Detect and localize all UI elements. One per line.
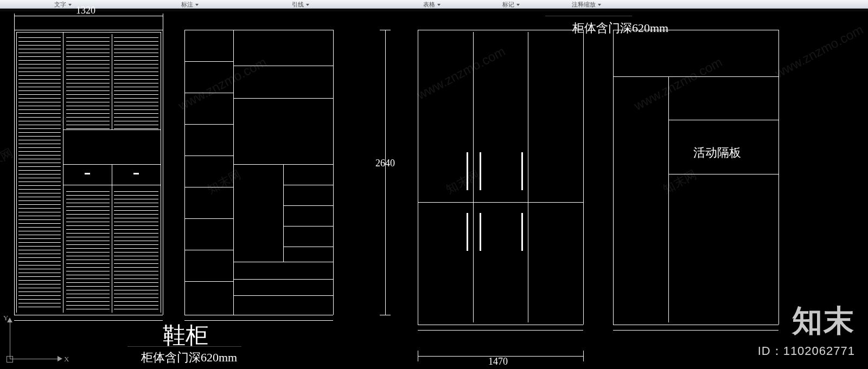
louver-door-bl bbox=[66, 188, 110, 310]
ucs-x-label: X bbox=[64, 355, 69, 364]
door-handle bbox=[480, 213, 481, 251]
dim-height: 2640 bbox=[375, 158, 395, 169]
cad-canvas[interactable]: 知末网 www.znzmo.com www.znzmo.com 知末网 www.… bbox=[0, 11, 868, 369]
cab1-t2 bbox=[16, 32, 161, 33]
ucs-y-label: Y bbox=[3, 314, 8, 322]
cab1-drawer-split bbox=[112, 164, 112, 185]
shelf bbox=[233, 295, 333, 296]
menu-dim[interactable]: 标注 bbox=[179, 1, 201, 8]
door-handle bbox=[521, 213, 523, 251]
chevron-down-icon bbox=[195, 4, 199, 6]
cab3-d2 bbox=[528, 32, 528, 322]
blue-underline bbox=[545, 16, 632, 16]
cab1-h1 bbox=[63, 130, 161, 130]
shelf bbox=[668, 174, 778, 174]
menu-markup[interactable]: 标记 bbox=[500, 1, 522, 8]
chevron-down-icon bbox=[306, 4, 309, 6]
watermark: www.znzmo.com bbox=[414, 43, 508, 102]
louver-door-tr2 bbox=[114, 34, 158, 130]
menu-table[interactable]: 表格 bbox=[421, 1, 443, 8]
cab4-right bbox=[778, 30, 779, 325]
cab4-kick bbox=[613, 330, 778, 331]
menu-leader[interactable]: 引线 bbox=[290, 1, 311, 8]
chevron-down-icon bbox=[68, 4, 72, 6]
cab1-subv2 bbox=[112, 185, 112, 313]
dim-ext bbox=[418, 351, 418, 361]
blue-underline bbox=[127, 346, 241, 347]
chevron-down-icon bbox=[598, 4, 601, 6]
cab3-kick bbox=[418, 330, 583, 331]
shelf bbox=[283, 247, 333, 247]
door-handle bbox=[467, 152, 468, 190]
door-handle bbox=[467, 213, 468, 251]
cab4-split bbox=[668, 76, 669, 322]
dim-ext bbox=[583, 351, 584, 361]
asset-id-overlay: ID：1102062771 bbox=[758, 343, 855, 359]
shelf bbox=[184, 218, 233, 219]
chevron-down-icon bbox=[437, 4, 441, 6]
shelf bbox=[184, 281, 233, 282]
cab1-bottom bbox=[14, 315, 163, 315]
shelf bbox=[184, 93, 233, 93]
cab2-top bbox=[184, 30, 333, 30]
louver-door-br bbox=[114, 188, 158, 310]
dim-ext bbox=[14, 14, 15, 30]
cab1-left bbox=[14, 30, 15, 315]
cab1-l2 bbox=[16, 32, 17, 313]
shelf bbox=[283, 185, 333, 185]
site-logo-overlay: 知末 bbox=[792, 301, 855, 342]
shelf bbox=[613, 76, 778, 77]
watermark: 知末网 bbox=[660, 166, 699, 197]
dim-ext bbox=[163, 14, 163, 30]
cab3-d1 bbox=[473, 32, 474, 322]
watermark: www.znzmo.com bbox=[631, 54, 725, 113]
shelf bbox=[233, 66, 333, 66]
watermark: www.znzmo.com bbox=[176, 54, 269, 113]
shelf bbox=[184, 156, 233, 156]
cab3-left bbox=[418, 30, 418, 325]
cab3-right bbox=[583, 30, 584, 325]
louver-door-tr1 bbox=[66, 34, 110, 130]
cab3-mid bbox=[418, 202, 583, 203]
door-handle bbox=[480, 152, 481, 190]
cab3-top bbox=[418, 30, 583, 30]
menu-bar: 文字 标注 引线 表格 标记 注释缩放 bbox=[0, 0, 868, 9]
label-depth-note-bottom: 柜体含门深620mm bbox=[141, 349, 237, 366]
label-movable-shelf: 活动隔板 bbox=[693, 145, 741, 161]
dim-width-left: 1320 bbox=[76, 5, 95, 16]
shelf bbox=[184, 187, 233, 187]
shelf bbox=[283, 205, 333, 206]
watermark: 知末网 bbox=[0, 145, 16, 176]
cab1-r2 bbox=[161, 32, 161, 313]
shelf bbox=[283, 226, 333, 226]
watermark: 知末网 bbox=[443, 166, 482, 197]
cab1-top bbox=[14, 30, 163, 30]
cab2-bot bbox=[184, 315, 333, 315]
cab1-subv bbox=[112, 34, 112, 130]
watermark: 知末网 bbox=[205, 166, 244, 197]
louver-door-left bbox=[18, 34, 61, 310]
shelf bbox=[233, 279, 333, 280]
door-handle bbox=[521, 152, 523, 190]
shelf bbox=[184, 250, 233, 250]
shelf bbox=[233, 98, 333, 99]
label-depth-note-top: 柜体含门深620mm bbox=[572, 20, 668, 36]
shelf bbox=[184, 124, 233, 125]
menu-text[interactable]: 文字 bbox=[52, 1, 74, 8]
shelf bbox=[668, 120, 778, 120]
dim-v-ext bbox=[380, 315, 391, 315]
cab2-right bbox=[333, 30, 334, 315]
cab3-bot bbox=[418, 325, 583, 325]
ucs-icon: X Y bbox=[3, 317, 68, 366]
arrow-right-icon bbox=[58, 356, 62, 361]
shelf bbox=[184, 61, 233, 62]
cab2-split bbox=[233, 30, 234, 315]
cab4-left bbox=[613, 30, 614, 325]
cab2-left bbox=[184, 30, 185, 315]
watermark: www.znzmo.com bbox=[773, 22, 866, 81]
cab4-bot bbox=[613, 325, 778, 325]
drawer-knob bbox=[133, 173, 139, 174]
menu-anno[interactable]: 注释缩放 bbox=[570, 1, 603, 8]
chevron-down-icon bbox=[516, 4, 520, 6]
cab1-right bbox=[163, 30, 163, 315]
